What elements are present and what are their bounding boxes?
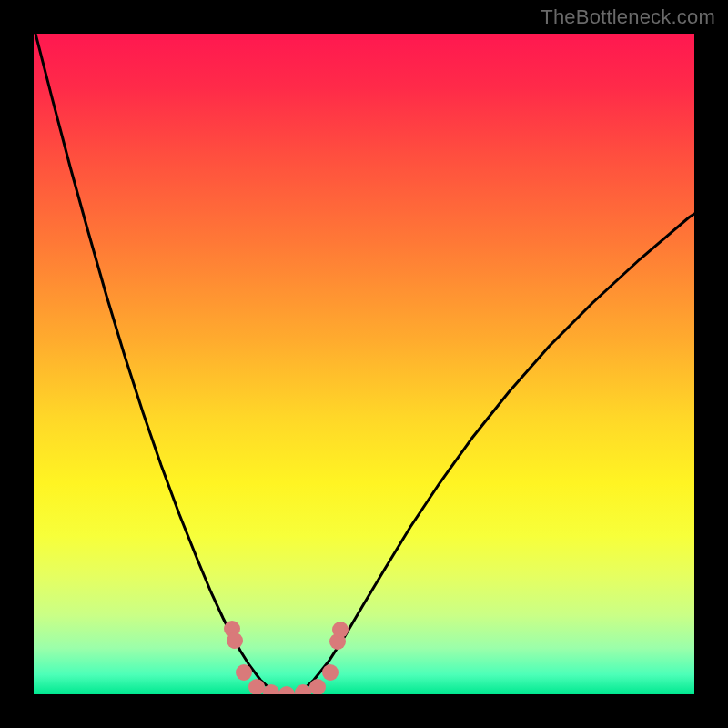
valley-dot	[227, 632, 243, 649]
valley-dot	[332, 622, 349, 638]
right-curve	[301, 214, 694, 692]
valley-dot	[236, 664, 252, 681]
valley-dot	[278, 686, 295, 694]
watermark-text: TheBottleneck.com	[541, 5, 715, 29]
valley-dot	[322, 664, 339, 681]
left-curve	[35, 34, 273, 692]
chart-frame: TheBottleneck.com	[0, 0, 728, 728]
curve-layer	[34, 34, 694, 694]
plot-area	[34, 34, 694, 694]
